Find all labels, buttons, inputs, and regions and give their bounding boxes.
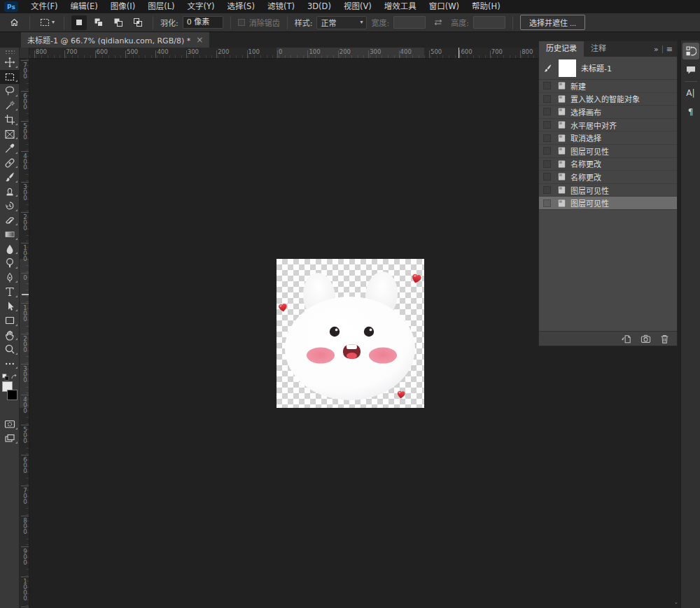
menu-3d[interactable]: 3D(D) <box>302 0 337 13</box>
history-step[interactable]: 置入嵌入的智能对象 <box>539 93 677 106</box>
tool-rectangular-marquee[interactable] <box>0 70 20 85</box>
tool-eyedropper[interactable] <box>0 141 20 156</box>
new-snapshot-camera-icon[interactable] <box>640 334 651 344</box>
tool-object-selection[interactable] <box>0 99 20 113</box>
history-step[interactable]: 水平居中对齐 <box>539 119 677 132</box>
tool-move[interactable] <box>0 55 20 70</box>
history-brush-source-icon[interactable] <box>543 64 552 73</box>
tool-dodge[interactable] <box>0 256 20 271</box>
toolbar-grip[interactable] <box>5 50 15 54</box>
swap-dimensions-button[interactable] <box>430 15 447 30</box>
screen-mode-button[interactable] <box>0 432 20 446</box>
tool-lasso[interactable] <box>0 84 20 99</box>
menu-plugins[interactable]: 增效工具 <box>379 0 422 13</box>
subtract-from-selection-button[interactable] <box>111 15 126 30</box>
history-source-well[interactable] <box>543 199 551 207</box>
height-input[interactable] <box>473 16 505 29</box>
ruler-origin-box[interactable] <box>20 48 29 59</box>
edit-toolbar-button[interactable] <box>0 357 20 372</box>
history-step[interactable]: 新建 <box>539 80 677 93</box>
intersect-selection-button[interactable] <box>130 15 146 30</box>
horizontal-ruler[interactable]: 8007006005004003002001000100200300400500… <box>29 48 538 59</box>
scroll-down-icon[interactable]: ˬ <box>675 597 678 604</box>
panel-menu-icon[interactable]: ≡ <box>666 45 673 53</box>
history-step[interactable]: 名称更改 <box>539 171 677 184</box>
menu-select[interactable]: 选择(S) <box>222 0 260 13</box>
tool-history-brush[interactable] <box>0 199 20 213</box>
history-step[interactable]: 取消选择 <box>539 132 677 145</box>
tool-type[interactable] <box>0 285 20 299</box>
menu-help[interactable]: 帮助(H) <box>466 0 506 13</box>
width-input[interactable] <box>393 16 426 29</box>
history-snapshot-row[interactable]: 未标题-1 <box>539 57 677 80</box>
photoshop-logo[interactable]: Ps <box>4 1 18 12</box>
home-button[interactable] <box>6 15 22 30</box>
swap-colors-icon[interactable] <box>10 374 18 381</box>
new-document-from-state-icon[interactable] <box>622 334 632 344</box>
history-source-well[interactable] <box>543 134 551 142</box>
tool-crop[interactable] <box>0 113 20 127</box>
history-source-well[interactable] <box>543 121 551 129</box>
menu-view[interactable]: 视图(V) <box>338 0 377 13</box>
menu-layer[interactable]: 图层(L) <box>142 0 180 13</box>
tool-frame[interactable] <box>0 127 20 142</box>
history-step[interactable]: 选择画布 <box>539 106 677 119</box>
style-select[interactable]: 正常 ▾ <box>316 16 367 29</box>
menu-image[interactable]: 图像(I) <box>105 0 141 13</box>
menu-type[interactable]: 文字(Y) <box>182 0 220 13</box>
document-canvas[interactable] <box>276 259 424 408</box>
dock-comments-button[interactable] <box>682 62 699 78</box>
history-step[interactable]: 图层可见性 <box>539 145 677 158</box>
history-source-well[interactable] <box>543 173 551 181</box>
tool-blur[interactable] <box>0 242 20 257</box>
tool-spot-healing-brush[interactable] <box>0 156 20 171</box>
delete-trash-icon[interactable] <box>659 334 670 344</box>
history-source-well[interactable] <box>543 186 551 194</box>
tool-hand[interactable] <box>0 328 20 343</box>
feather-input[interactable]: 0 像素 <box>183 16 223 29</box>
tool-rectangle-shape[interactable] <box>0 313 20 328</box>
history-source-well[interactable] <box>543 160 551 168</box>
panel-dock: A| ¶ <box>680 41 700 608</box>
tool-pen[interactable] <box>0 271 20 285</box>
dock-history-button[interactable] <box>682 43 699 59</box>
background-color-swatch[interactable] <box>7 390 18 400</box>
menu-window[interactable]: 窗口(W) <box>424 0 465 13</box>
history-source-well[interactable] <box>543 82 551 90</box>
vertical-ruler[interactable]: 7006005004003002001000100200300400500600… <box>20 59 29 608</box>
tab-close-icon[interactable]: × <box>196 35 203 45</box>
history-step[interactable]: 图层可见性 <box>539 197 677 210</box>
new-selection-button[interactable] <box>71 15 87 30</box>
snapshot-thumbnail[interactable] <box>559 59 576 77</box>
add-to-selection-button[interactable] <box>91 15 106 30</box>
quick-mask-button[interactable] <box>0 417 20 432</box>
style-value: 正常 <box>321 17 336 28</box>
antialias-checkbox[interactable] <box>238 19 245 26</box>
menu-file[interactable]: 文件(F) <box>25 0 64 13</box>
subtract-selection-icon <box>113 17 123 27</box>
dock-character-button[interactable]: A| <box>682 85 699 101</box>
tool-zoom[interactable] <box>0 342 20 357</box>
tool-path-selection[interactable] <box>0 299 20 314</box>
default-colors-icon[interactable] <box>2 374 9 381</box>
history-step[interactable]: 名称更改 <box>539 158 677 171</box>
tool-clone-stamp[interactable] <box>0 185 20 199</box>
tab-history[interactable]: 历史记录 <box>539 41 584 57</box>
select-and-mask-button[interactable]: 选择并遮住 ... <box>520 15 585 30</box>
history-step[interactable]: 图层可见性 <box>539 184 677 197</box>
bunny-artwork <box>276 259 424 408</box>
tool-eraser[interactable] <box>0 213 20 228</box>
history-state-icon <box>557 185 566 195</box>
document-tab[interactable]: 未标题-1 @ 66.7% (qidianku.com, RGB/8) * × <box>21 32 209 48</box>
history-source-well[interactable] <box>543 95 551 103</box>
history-source-well[interactable] <box>543 147 551 155</box>
tool-gradient[interactable] <box>0 227 20 242</box>
menu-filter[interactable]: 滤镜(T) <box>262 0 300 13</box>
collapse-panel-icon[interactable]: » <box>654 45 659 53</box>
history-source-well[interactable] <box>543 108 551 115</box>
menu-edit[interactable]: 编辑(E) <box>65 0 104 13</box>
tool-brush[interactable] <box>0 170 20 185</box>
tool-preset-picker[interactable]: ▾ <box>37 15 57 29</box>
dock-paragraph-button[interactable]: ¶ <box>682 104 699 120</box>
tab-notes[interactable]: 注释 <box>584 41 613 57</box>
